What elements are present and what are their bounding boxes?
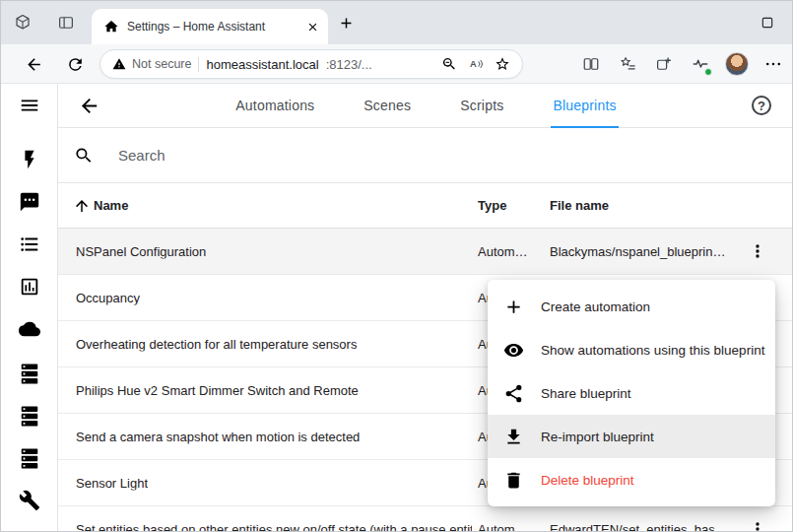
split-screen-icon[interactable]: [578, 51, 604, 77]
search-icon: [74, 146, 94, 166]
browser-menu-icon[interactable]: [760, 51, 786, 77]
plus-icon: [503, 297, 524, 317]
sidebar-menu-button[interactable]: [18, 94, 41, 117]
sidebar-item-server-2[interactable]: [18, 404, 41, 428]
refresh-button[interactable]: [64, 53, 86, 75]
security-label: Not secure: [132, 57, 191, 71]
sidebar-item-developer-tools[interactable]: [18, 489, 41, 512]
sidebar-item-assist[interactable]: [18, 190, 41, 214]
browser-titlebar: Settings – Home Assistant: [1, 1, 792, 44]
site-security-chip[interactable]: Not secure: [112, 57, 191, 71]
browser-window: Settings – Home Assistant Not secure hom…: [0, 0, 793, 532]
menu-item-delete-blueprint[interactable]: Delete blueprint: [488, 458, 775, 501]
menu-item-create-automation[interactable]: Create automation: [488, 285, 775, 328]
chart-box-icon: [19, 276, 40, 298]
column-header-name[interactable]: Name: [94, 198, 128, 213]
menu-item-reimport-blueprint[interactable]: Re-import blueprint: [488, 415, 775, 458]
sidebar-item-energy[interactable]: [18, 148, 41, 171]
sidebar-item-logbook[interactable]: [18, 233, 41, 256]
row-overflow-menu-icon[interactable]: [746, 239, 769, 263]
address-bar[interactable]: Not secure homeassistant.local :8123/...: [99, 49, 523, 79]
avatar: [725, 52, 749, 76]
status-dot: [704, 68, 712, 76]
row-overflow-menu-icon[interactable]: [746, 517, 769, 532]
server-icon: [19, 447, 40, 469]
menu-icon: [19, 95, 40, 116]
favorites-hub-icon[interactable]: [615, 51, 640, 77]
menu-item-share-blueprint[interactable]: Share blueprint: [488, 371, 775, 415]
table-header: Name Type File name: [58, 183, 793, 229]
zoom-out-icon[interactable]: [439, 54, 459, 74]
wrench-icon: [19, 490, 40, 511]
tab-actions-icon[interactable]: [56, 13, 76, 33]
trash-icon: [503, 470, 524, 491]
collections-icon[interactable]: [651, 51, 677, 77]
url-host: homeassistant.local: [206, 57, 318, 72]
workspaces-icon[interactable]: [13, 13, 33, 33]
warning-icon: [112, 57, 126, 71]
help-icon[interactable]: ?: [752, 96, 771, 115]
flash-icon: [19, 149, 40, 170]
table-row[interactable]: Set entities based on other entities new…: [58, 506, 793, 532]
page-content: Automations Scenes Scripts Blueprints ? …: [1, 84, 793, 532]
maximize-button[interactable]: [757, 12, 778, 33]
column-header-type[interactable]: Type: [478, 198, 506, 213]
browser-tab[interactable]: Settings – Home Assistant: [92, 9, 328, 44]
ha-header: Automations Scenes Scripts Blueprints ?: [58, 84, 793, 128]
read-aloud-icon[interactable]: [466, 54, 486, 74]
sidebar-item-server-1[interactable]: [18, 362, 41, 385]
profile-button[interactable]: [724, 51, 750, 77]
tab-close-icon[interactable]: [302, 17, 322, 36]
tab-blueprints[interactable]: Blueprints: [551, 84, 618, 128]
tab-title: Settings – Home Assistant: [127, 20, 295, 33]
sort-arrow-up-icon[interactable]: [73, 197, 91, 215]
download-icon: [503, 427, 524, 447]
favorite-star-icon[interactable]: [493, 54, 512, 74]
column-header-file[interactable]: File name: [550, 198, 609, 213]
blueprint-context-menu: Create automation Show automations using…: [488, 280, 775, 506]
address-divider: [198, 57, 199, 72]
sidebar-item-server-3[interactable]: [18, 446, 41, 470]
eye-icon: [503, 340, 524, 361]
menu-item-show-automations[interactable]: Show automations using this blueprint: [488, 328, 775, 371]
tab-scripts[interactable]: Scripts: [458, 84, 505, 128]
server-icon: [19, 363, 40, 384]
search-input[interactable]: Search: [58, 128, 793, 183]
search-placeholder: Search: [118, 147, 165, 164]
cloud-icon: [19, 318, 40, 340]
new-tab-button[interactable]: [338, 15, 355, 32]
browser-navbar: Not secure homeassistant.local :8123/...: [1, 44, 792, 84]
server-icon: [19, 405, 40, 427]
chat-icon: [19, 191, 40, 213]
home-assistant-favicon: [103, 19, 119, 34]
tab-automations[interactable]: Automations: [233, 84, 316, 128]
sidebar-item-history[interactable]: [18, 275, 41, 299]
browser-essentials-icon[interactable]: [688, 51, 713, 77]
url-suffix: :8123/...: [326, 57, 372, 72]
share-icon: [503, 383, 524, 404]
sidebar-item-cloud[interactable]: [18, 317, 41, 341]
table-row[interactable]: NSPanel Configuration Autom… Blackymas/n…: [58, 229, 793, 275]
back-button[interactable]: [23, 53, 44, 75]
ha-sidebar: [1, 84, 58, 532]
tab-scenes[interactable]: Scenes: [362, 84, 413, 128]
list-icon: [19, 233, 40, 255]
ha-tab-bar: Automations Scenes Scripts Blueprints: [58, 84, 793, 128]
